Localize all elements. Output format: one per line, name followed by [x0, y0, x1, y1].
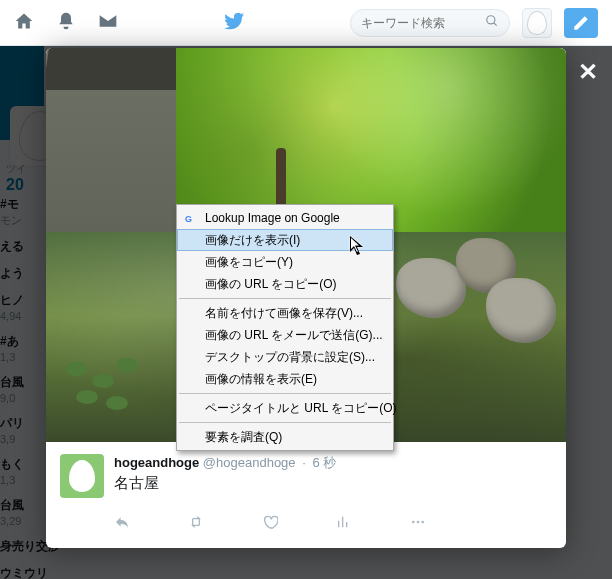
- context-menu-item[interactable]: 画像をコピー(Y): [177, 251, 393, 273]
- display-name[interactable]: hogeandhoge: [114, 455, 199, 470]
- twitter-logo-icon[interactable]: [223, 10, 245, 36]
- context-menu-item[interactable]: ページタイトルと URL をコピー(O): [177, 397, 393, 419]
- menu-separator: [179, 393, 391, 394]
- context-menu-item[interactable]: 画像の URL をコピー(O): [177, 273, 393, 295]
- messages-icon[interactable]: [98, 11, 118, 35]
- retweet-icon[interactable]: [188, 514, 204, 534]
- nav-left-icons: [14, 11, 118, 35]
- context-menu-label: Lookup Image on Google: [205, 211, 340, 225]
- context-menu: Lookup Image on Google画像だけを表示(I)画像をコピー(Y…: [176, 204, 394, 451]
- menu-separator: [179, 422, 391, 423]
- context-menu-item[interactable]: Lookup Image on Google: [177, 207, 393, 229]
- context-menu-item[interactable]: 画像の情報を表示(E): [177, 368, 393, 390]
- context-menu-label: 要素を調査(Q): [205, 430, 282, 444]
- context-menu-label: 画像の情報を表示(E): [205, 372, 317, 386]
- like-icon[interactable]: [262, 514, 278, 534]
- context-menu-item[interactable]: 名前を付けて画像を保存(V)...: [177, 302, 393, 324]
- menu-separator: [179, 298, 391, 299]
- tweet-body-area: hogeandhoge @hogeandhoge · 6 秒 名古屋: [46, 442, 566, 506]
- context-menu-item[interactable]: 画像の URL をメールで送信(G)...: [177, 324, 393, 346]
- username[interactable]: @hogeandhoge: [203, 455, 296, 470]
- logo-area: [118, 10, 350, 36]
- context-menu-item[interactable]: 画像だけを表示(I): [177, 229, 393, 251]
- svg-point-1: [412, 521, 415, 524]
- nav-right: [350, 8, 598, 38]
- google-icon: [183, 210, 197, 224]
- more-icon[interactable]: [410, 514, 426, 534]
- tweet-text: 名古屋: [114, 474, 552, 493]
- context-menu-label: 画像の URL をメールで送信(G)...: [205, 328, 383, 342]
- tweet-actions: [46, 506, 566, 548]
- context-menu-label: 画像の URL をコピー(O): [205, 277, 337, 291]
- tweet-avatar[interactable]: [60, 454, 104, 498]
- home-icon[interactable]: [14, 11, 34, 35]
- search-icon[interactable]: [485, 14, 499, 31]
- top-nav: [0, 0, 612, 46]
- context-menu-label: ページタイトルと URL をコピー(O): [205, 401, 397, 415]
- context-menu-label: 画像をコピー(Y): [205, 255, 293, 269]
- close-modal-button[interactable]: ✕: [578, 58, 598, 86]
- context-menu-label: 画像だけを表示(I): [205, 233, 300, 247]
- notifications-icon[interactable]: [56, 11, 76, 35]
- tweet-content: hogeandhoge @hogeandhoge · 6 秒 名古屋: [114, 454, 552, 498]
- svg-point-2: [417, 521, 420, 524]
- separator: ·: [299, 455, 309, 470]
- context-menu-item[interactable]: 要素を調査(Q): [177, 426, 393, 448]
- timestamp[interactable]: 6 秒: [312, 455, 336, 470]
- context-menu-item[interactable]: デスクトップの背景に設定(S)...: [177, 346, 393, 368]
- compose-tweet-button[interactable]: [564, 8, 598, 38]
- context-menu-label: デスクトップの背景に設定(S)...: [205, 350, 375, 364]
- activity-icon[interactable]: [336, 514, 352, 534]
- context-menu-label: 名前を付けて画像を保存(V)...: [205, 306, 363, 320]
- tweet-header: hogeandhoge @hogeandhoge · 6 秒: [114, 454, 552, 472]
- svg-point-0: [487, 16, 495, 24]
- svg-point-3: [421, 521, 424, 524]
- search-input[interactable]: [361, 16, 485, 30]
- reply-icon[interactable]: [114, 514, 130, 534]
- account-menu-avatar[interactable]: [522, 8, 552, 38]
- search-box[interactable]: [350, 9, 510, 37]
